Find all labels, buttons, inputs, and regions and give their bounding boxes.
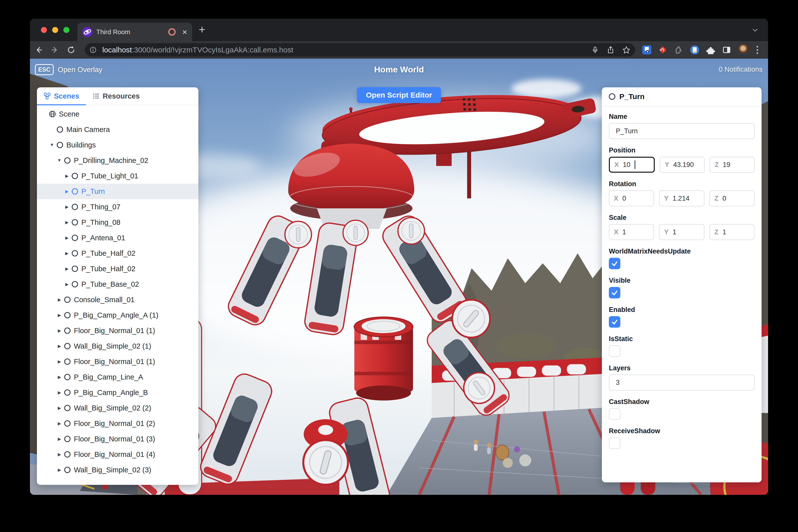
tree-item[interactable]: ▶ P_Big_Camp_Angle_A (1) <box>37 307 198 323</box>
new-tab-button[interactable]: + <box>198 24 205 35</box>
expander-icon[interactable]: ▶ <box>55 436 63 442</box>
extensions-puzzle-icon[interactable] <box>706 45 716 55</box>
tree-item[interactable]: ▶ Floor_Big_Normal_01 (1) <box>37 323 198 338</box>
tab-scenes[interactable]: Scenes <box>37 87 86 105</box>
share-icon[interactable] <box>607 46 614 54</box>
tree-item[interactable]: ▶ P_Thing_07 <box>37 199 198 214</box>
reload-button[interactable] <box>65 44 77 55</box>
position-x-input[interactable]: X 10 <box>609 157 655 173</box>
forward-button[interactable] <box>50 44 60 55</box>
tree-item[interactable]: ▶ Wall_Big_Simple_02 (3) <box>37 462 198 478</box>
node-icon <box>64 296 71 303</box>
tree-item[interactable]: ▶ Floor_Big_Normal_01 (4) <box>37 446 198 462</box>
expander-icon[interactable]: ▶ <box>63 189 71 194</box>
expander-icon[interactable]: ▶ <box>55 313 63 318</box>
tree-item-label: Wall_Big_Simple_02 (3) <box>74 466 151 474</box>
expander-icon[interactable]: ▶ <box>55 344 63 349</box>
tree-item[interactable]: ▶ P_Big_Camp_Line_A <box>37 369 198 385</box>
position-z-input[interactable]: Z 19 <box>710 157 755 173</box>
tree-item[interactable]: ▶ P_Tube_Base_02 <box>37 277 198 292</box>
world-matrix-checkbox[interactable] <box>609 258 620 269</box>
tree-item[interactable]: ▶ Floor_Big_Normal_01 (3) <box>37 431 198 446</box>
tree-item[interactable]: Main Camera <box>37 122 198 137</box>
tree-item[interactable]: ▶ P_Turn <box>37 184 198 199</box>
tab-search-chevron-icon[interactable] <box>750 27 760 33</box>
rotation-x-input[interactable]: X 0 <box>609 190 654 206</box>
expander-icon[interactable]: ▶ <box>55 375 63 380</box>
enabled-checkbox[interactable] <box>609 316 620 328</box>
rotation-z-input[interactable]: Z 0 <box>709 190 755 206</box>
expander-icon[interactable]: ▼ <box>55 158 63 163</box>
close-window-button[interactable] <box>41 27 47 33</box>
expander-icon[interactable]: ▶ <box>55 390 63 395</box>
properties-header: P_Turn <box>602 87 762 106</box>
maximize-window-button[interactable] <box>63 27 69 33</box>
recycle-extension-icon[interactable] <box>674 45 684 55</box>
open-script-editor-button[interactable]: Open Script Editor <box>357 87 441 103</box>
url-text[interactable]: localhost:3000/world/!vjrzmTVOcyIsLgaAkA… <box>102 46 293 54</box>
expander-icon[interactable]: ▶ <box>63 173 71 179</box>
tree-item[interactable]: ▶ P_Tube_Half_02 <box>37 246 198 261</box>
rotation-y-input[interactable]: Y 1.214 <box>659 190 704 206</box>
expander-icon[interactable]: ▶ <box>63 266 71 271</box>
profile-avatar[interactable] <box>738 44 748 55</box>
scale-z-input[interactable]: Z 1 <box>709 224 755 240</box>
scale-x-input[interactable]: X 1 <box>609 224 654 240</box>
tree-item[interactable]: ▶ Floor_Big_Normal_01 (2) <box>37 416 198 431</box>
tree-item[interactable]: ▶ Floor_Big_Normal_01 (1) <box>37 354 198 369</box>
expander-icon[interactable]: ▶ <box>55 405 63 411</box>
tree-item[interactable]: ▶ P_Thing_08 <box>37 214 198 230</box>
expander-icon[interactable]: ▶ <box>63 251 71 256</box>
tree-item-label: P_Antena_01 <box>81 234 125 242</box>
tree-item[interactable]: ▶ P_Tube_Light_01 <box>37 168 198 184</box>
url-bar[interactable]: localhost:3000/world/!vjrzmTVOcyIsLgaAkA… <box>85 43 635 57</box>
expander-icon[interactable]: ▶ <box>63 204 71 210</box>
visible-checkbox[interactable] <box>609 287 620 299</box>
is-static-checkbox[interactable] <box>609 345 620 357</box>
node-icon <box>64 373 71 381</box>
tree-item[interactable]: ▶ Wall_Big_Simple_02 (2) <box>37 400 198 416</box>
back-button[interactable] <box>33 44 44 55</box>
node-icon <box>64 358 71 365</box>
scale-y-input[interactable]: Y 1 <box>659 224 704 240</box>
expander-icon[interactable]: ▶ <box>55 468 63 473</box>
minimize-window-button[interactable] <box>52 27 58 33</box>
position-y-input[interactable]: Y 43.190 <box>660 157 705 173</box>
expander-icon[interactable]: ▶ <box>63 220 71 225</box>
position-label: Position <box>609 147 755 154</box>
name-input[interactable]: P_Turn <box>609 123 755 139</box>
red-diamond-extension-icon[interactable] <box>658 45 668 55</box>
expander-icon[interactable]: ▶ <box>63 235 71 241</box>
tree-item[interactable]: ▼ P_Drilling_Machine_02 <box>37 153 198 168</box>
node-icon <box>64 466 71 474</box>
tree-item[interactable]: ▶ P_Tube_Half_02 <box>37 261 198 277</box>
tree-item[interactable]: ▶ Wall_Big_Simple_02 (1) <box>37 338 198 354</box>
3d-viewport[interactable]: ESC Open Overlay Home World 0 Notificati… <box>30 59 768 495</box>
tree-item[interactable]: ▶ Console_Small_01 <box>37 292 198 307</box>
tree-item[interactable]: ▶ P_Antena_01 <box>37 230 198 246</box>
browser-tab[interactable]: Third Room × <box>77 23 192 41</box>
password-manager-extension-icon[interactable] <box>642 45 652 55</box>
expander-icon[interactable]: ▶ <box>55 452 63 457</box>
document-extension-icon[interactable] <box>690 45 700 55</box>
tree-item[interactable]: ▼ Buildings <box>37 137 198 153</box>
layers-input[interactable]: 3 <box>609 375 755 391</box>
tab-resources[interactable]: Resources <box>86 87 146 105</box>
window-controls[interactable] <box>41 27 69 33</box>
receive-shadow-checkbox[interactable] <box>609 437 620 449</box>
cast-shadow-checkbox[interactable] <box>609 408 620 420</box>
tab-close-icon[interactable]: × <box>182 28 187 36</box>
microphone-icon[interactable] <box>591 46 599 54</box>
browser-menu-icon[interactable] <box>755 46 760 54</box>
expander-icon[interactable]: ▶ <box>63 282 71 287</box>
side-panel-icon[interactable] <box>722 45 732 55</box>
expander-icon[interactable]: ▶ <box>55 328 63 334</box>
expander-icon[interactable]: ▶ <box>55 421 63 426</box>
tree-item[interactable]: ▶ P_Big_Camp_Angle_B <box>37 385 198 400</box>
tree-item[interactable]: Scene <box>37 106 198 122</box>
expander-icon[interactable]: ▼ <box>48 142 56 148</box>
expander-icon[interactable]: ▶ <box>55 297 63 302</box>
bookmark-star-icon[interactable] <box>622 46 631 54</box>
expander-icon[interactable]: ▶ <box>55 359 63 364</box>
site-info-icon[interactable] <box>89 46 97 54</box>
